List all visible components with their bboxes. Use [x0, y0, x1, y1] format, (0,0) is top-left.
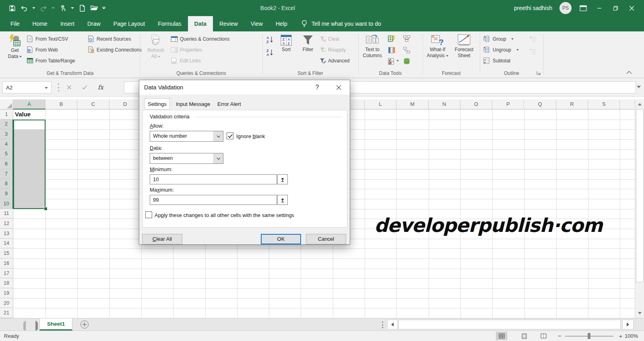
- maximum-collapse-button[interactable]: [277, 195, 288, 205]
- filter-button[interactable]: Filter: [298, 33, 318, 68]
- column-header-B[interactable]: B: [45, 99, 77, 110]
- relationships-button[interactable]: [402, 45, 411, 55]
- zoom-in-button[interactable]: +: [617, 332, 625, 340]
- group-dropdown-caret[interactable]: [511, 38, 514, 40]
- ribbon-tab-file[interactable]: File: [4, 16, 26, 31]
- data-dropdown-button[interactable]: [213, 153, 223, 163]
- sheet-tab-sheet1[interactable]: Sheet1: [39, 318, 72, 331]
- text-to-columns-button[interactable]: Text to Columns: [360, 33, 385, 68]
- apply-to-all-checkbox[interactable]: [145, 211, 152, 218]
- restore-button[interactable]: [611, 4, 620, 12]
- tab-settings[interactable]: Settings: [143, 97, 171, 111]
- selection-range-A2:A10[interactable]: [13, 120, 45, 209]
- from-web-button[interactable]: From Web: [27, 44, 75, 55]
- row-header-8[interactable]: 8: [0, 179, 13, 189]
- manage-data-model-button[interactable]: [402, 56, 411, 66]
- page-break-preview-button[interactable]: [538, 332, 549, 340]
- vertical-scroll-thumb[interactable]: [636, 109, 644, 282]
- column-header-R[interactable]: R: [556, 99, 588, 110]
- collapse-ribbon-button[interactable]: [625, 68, 634, 76]
- ungroup-dropdown-caret[interactable]: [516, 49, 519, 51]
- row-header-20[interactable]: 20: [0, 298, 13, 308]
- expand-formula-bar-caret[interactable]: [637, 86, 641, 88]
- name-box-dropdown-caret[interactable]: [45, 87, 48, 89]
- data-validation-button[interactable]: [386, 56, 396, 66]
- flash-fill-button[interactable]: [386, 34, 396, 43]
- row-header-17[interactable]: 17: [0, 269, 13, 279]
- column-header-L[interactable]: L: [365, 99, 396, 110]
- zoom-slider-handle[interactable]: [588, 333, 590, 339]
- dialog-title-bar[interactable]: Data Validation ?: [139, 80, 350, 95]
- column-header-C[interactable]: C: [77, 99, 109, 110]
- from-text-csv-button[interactable]: From Text/CSV: [27, 33, 75, 44]
- column-header-T[interactable]: T: [620, 99, 635, 110]
- horizontal-scroll-thumb[interactable]: [398, 320, 621, 329]
- minimum-collapse-button[interactable]: [277, 174, 288, 184]
- minimize-button[interactable]: [595, 4, 604, 12]
- column-header-O[interactable]: O: [460, 99, 492, 110]
- save-icon[interactable]: [8, 4, 16, 12]
- avatar[interactable]: PS: [559, 2, 572, 14]
- what-if-analysis-button[interactable]: ? What-If Analysis: [425, 33, 450, 68]
- sort-descending-button[interactable]: ZA: [265, 48, 275, 57]
- ribbon-tab-formulas[interactable]: Formulas: [151, 16, 188, 31]
- data-dropdown[interactable]: between: [150, 153, 223, 164]
- clear-all-button[interactable]: Clear All: [142, 234, 182, 244]
- zoom-out-button[interactable]: −: [555, 332, 564, 340]
- column-header-N[interactable]: N: [429, 99, 460, 110]
- row-header-15[interactable]: 15: [0, 248, 13, 258]
- undo-dropdown-caret[interactable]: [32, 7, 35, 9]
- ribbon-tab-page-layout[interactable]: Page Layout: [107, 16, 152, 31]
- advanced-filter-button[interactable]: Advanced: [320, 55, 349, 66]
- zoom-level[interactable]: 100%: [625, 331, 638, 341]
- row-header-18[interactable]: 18: [0, 278, 13, 288]
- ribbon-tab-review[interactable]: Review: [213, 16, 244, 31]
- close-button[interactable]: [627, 4, 636, 12]
- ribbon-tab-view[interactable]: View: [244, 16, 269, 31]
- new-file-icon[interactable]: [78, 4, 86, 12]
- ribbon-tab-insert[interactable]: Insert: [54, 16, 81, 31]
- row-header-11[interactable]: 11: [0, 209, 13, 219]
- customize-qat-icon[interactable]: [102, 7, 105, 10]
- row-header-1[interactable]: 1: [0, 110, 13, 120]
- row-header-12[interactable]: 12: [0, 219, 13, 229]
- row-header-3[interactable]: 3: [0, 129, 13, 139]
- existing-connections-button[interactable]: Existing Connections: [88, 44, 142, 55]
- cancel-button[interactable]: Cancel: [306, 234, 346, 244]
- row-header-10[interactable]: 10: [0, 199, 13, 209]
- column-header-A[interactable]: A: [13, 99, 45, 110]
- allow-dropdown-button[interactable]: [213, 131, 223, 141]
- new-sheet-button[interactable]: [80, 320, 89, 329]
- hscroll-left-button[interactable]: [387, 320, 398, 329]
- column-header-D[interactable]: D: [109, 99, 141, 110]
- scroll-up-button[interactable]: [636, 100, 644, 109]
- allow-dropdown[interactable]: Whole number: [150, 131, 223, 142]
- subtotal-button[interactable]: Subtotal: [483, 55, 519, 66]
- cell-A1[interactable]: Value: [13, 110, 45, 120]
- undo-icon[interactable]: [20, 4, 28, 12]
- minimum-field[interactable]: 10: [150, 174, 277, 184]
- ribbon-tab-draw[interactable]: Draw: [81, 16, 107, 31]
- data-validation-dropdown-caret[interactable]: [396, 60, 399, 62]
- column-header-Q[interactable]: Q: [524, 99, 556, 110]
- ribbon-tab-help[interactable]: Help: [269, 16, 294, 31]
- column-header-M[interactable]: M: [396, 99, 428, 110]
- row-header-14[interactable]: 14: [0, 239, 13, 249]
- row-header-9[interactable]: 9: [0, 189, 13, 199]
- row-header-19[interactable]: 19: [0, 288, 13, 298]
- scroll-down-button[interactable]: [636, 309, 644, 318]
- row-header-21[interactable]: 21: [0, 308, 13, 318]
- open-folder-icon[interactable]: [90, 4, 98, 12]
- hscroll-right-button[interactable]: [622, 320, 634, 329]
- queries-and-connections-button[interactable]: Queries & Connections: [171, 33, 229, 44]
- dialog-help-button[interactable]: ?: [312, 82, 323, 93]
- column-header-S[interactable]: S: [588, 99, 620, 110]
- row-header-6[interactable]: 6: [0, 159, 13, 169]
- column-header-P[interactable]: P: [492, 99, 524, 110]
- get-data-button[interactable]: Get Data: [3, 33, 27, 68]
- ribbon-tab-data[interactable]: Data: [188, 16, 213, 31]
- group-button[interactable]: Group: [483, 33, 519, 44]
- tab-scrollbar-splitter[interactable]: [382, 322, 383, 328]
- consolidate-button[interactable]: [402, 34, 411, 43]
- formula-bar-splitter[interactable]: [57, 83, 60, 91]
